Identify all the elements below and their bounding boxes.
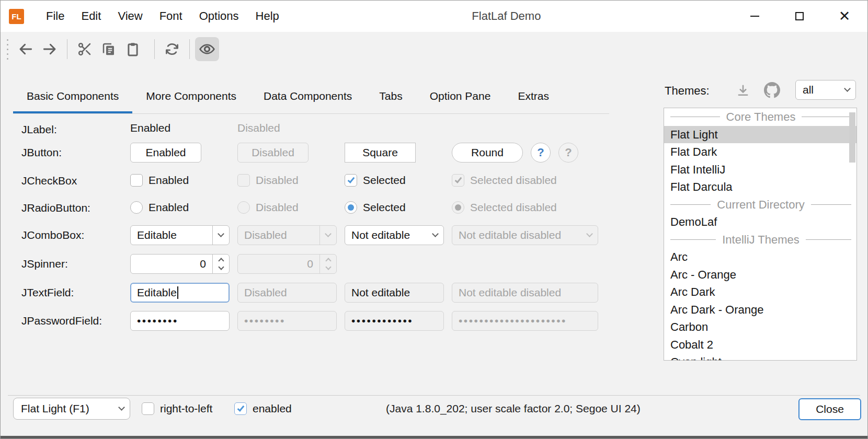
minimize-button[interactable]	[739, 1, 770, 32]
combobox-value: Disabled	[238, 229, 319, 241]
refresh-button[interactable]	[160, 37, 184, 61]
back-button[interactable]	[14, 37, 38, 61]
radio-label: Selected disabled	[470, 201, 557, 214]
radio-selected[interactable]: Selected	[345, 198, 406, 217]
forward-button[interactable]	[38, 37, 62, 61]
theme-separator-current-dir: Current Directory	[664, 196, 856, 214]
right-to-left-checkbox[interactable]: right-to-left	[142, 402, 212, 415]
close-window-button[interactable]: ✕	[829, 1, 860, 32]
menu-font[interactable]: Font	[151, 1, 191, 32]
checkbox-box-checked[interactable]	[234, 402, 247, 415]
menu-help[interactable]: Help	[247, 1, 288, 32]
tab-tabs[interactable]: Tabs	[366, 79, 416, 113]
combobox-disabled: Disabled	[237, 225, 337, 245]
combobox-not-editable[interactable]: Not editable	[345, 225, 444, 245]
checkbox-label: Selected disabled	[470, 174, 557, 187]
jbutton-disabled: Disabled	[237, 143, 309, 163]
github-link-button[interactable]	[764, 82, 780, 100]
github-icon	[764, 82, 780, 98]
menu-file[interactable]: File	[38, 1, 73, 32]
show-hidden-toggle-button[interactable]	[195, 37, 219, 61]
jbutton-round[interactable]: Round	[452, 143, 523, 163]
tab-extras[interactable]: Extras	[504, 79, 563, 113]
help-button[interactable]: ?	[531, 143, 551, 163]
textfield-editable[interactable]: Editable	[130, 283, 230, 303]
checkbox-box[interactable]	[130, 174, 143, 187]
menu-options[interactable]: Options	[191, 1, 247, 32]
paste-icon	[125, 41, 141, 57]
paste-button[interactable]	[121, 37, 145, 61]
checkbox-selected[interactable]: Selected	[345, 171, 406, 190]
themes-filter-combobox[interactable]: all	[795, 80, 856, 100]
combobox-value: Not editable disabled	[452, 229, 581, 241]
maximize-button[interactable]	[784, 1, 815, 32]
theme-item-flat-dark[interactable]: Flat Dark	[664, 143, 856, 161]
theme-item-cobalt2[interactable]: Cobalt 2	[664, 336, 856, 354]
theme-item-flat-intellij[interactable]: Flat IntelliJ	[664, 161, 856, 179]
laf-selector-combobox[interactable]: Flat Light (F1)	[13, 398, 130, 420]
radio-circle[interactable]	[130, 201, 143, 214]
textfield-value: Editable	[137, 286, 177, 299]
theme-item-arc-dark[interactable]: Arc Dark	[664, 283, 856, 301]
spinner-value[interactable]: 0	[131, 258, 212, 270]
toolbar	[1, 32, 867, 66]
theme-item-cyan-light[interactable]: Cyan light	[664, 353, 856, 361]
themes-scrollbar-thumb[interactable]	[849, 112, 855, 163]
tab-data-components[interactable]: Data Components	[250, 79, 366, 113]
jpasswordfield-row-label: JPasswordField:	[21, 311, 102, 331]
titlebar: FL File Edit View Font Options Help Flat…	[1, 1, 867, 32]
tab-option-pane[interactable]: Option Pane	[416, 79, 505, 113]
menu-view[interactable]: View	[109, 1, 151, 32]
passwordfield-not-editable[interactable]: ••••••••••••	[345, 311, 444, 331]
cut-icon	[77, 41, 93, 57]
combobox-editable[interactable]: Editable	[130, 225, 230, 245]
theme-item-flat-darcula[interactable]: Flat Darcula	[664, 178, 856, 196]
checkbox-label: Selected	[363, 174, 406, 187]
theme-item-flat-light[interactable]: Flat Light	[664, 126, 856, 144]
status-text: (Java 1.8.0_202; user scale factor 2.0; …	[386, 402, 641, 415]
spinner-arrows[interactable]	[212, 255, 229, 273]
checkbox-box-checked[interactable]	[345, 174, 357, 187]
download-themes-button[interactable]	[736, 83, 750, 100]
copy-button[interactable]	[97, 37, 121, 61]
menu-edit[interactable]: Edit	[73, 1, 109, 32]
radio-enabled[interactable]: Enabled	[130, 198, 189, 217]
chevron-down-icon[interactable]	[212, 226, 229, 245]
spinner-enabled[interactable]: 0	[130, 254, 230, 274]
laf-selector-value: Flat Light (F1)	[14, 402, 113, 415]
jbutton-enabled[interactable]: Enabled	[130, 143, 201, 163]
jbutton-square[interactable]: Square	[345, 143, 416, 163]
radio-circle-selected[interactable]	[345, 201, 357, 214]
window-title: FlatLaf Demo	[288, 9, 725, 23]
checkbox-enabled[interactable]: Enabled	[130, 171, 189, 190]
copy-icon	[101, 41, 117, 57]
enabled-checkbox[interactable]: enabled	[234, 402, 292, 415]
textfield-not-editable[interactable]: Not editable	[345, 283, 444, 303]
help-button-disabled: ?	[558, 143, 578, 163]
jspinner-row-label: JSpinner:	[21, 254, 68, 274]
theme-item-carbon[interactable]: Carbon	[664, 318, 856, 336]
tab-basic-components[interactable]: Basic Components	[13, 79, 132, 113]
theme-item-arc[interactable]: Arc	[664, 248, 856, 266]
menubar: File Edit View Font Options Help	[38, 1, 288, 32]
checkbox-box[interactable]	[142, 402, 154, 415]
tab-strip: Basic Components More Components Data Co…	[13, 79, 609, 114]
textfield-value: Not editable	[351, 286, 410, 299]
theme-item-arc-orange[interactable]: Arc - Orange	[664, 266, 856, 284]
cut-button[interactable]	[73, 37, 97, 61]
checkbox-label: right-to-left	[160, 402, 212, 415]
spinner-arrows	[319, 255, 336, 273]
passwordfield-enabled[interactable]: ••••••••	[130, 311, 230, 331]
password-dots: ••••••••	[244, 315, 285, 327]
toolbar-grip[interactable]	[7, 38, 8, 61]
theme-item-demolaf[interactable]: DemoLaf	[664, 213, 856, 231]
chevron-down-icon	[839, 80, 855, 99]
back-icon	[17, 41, 34, 57]
chevron-down-icon[interactable]	[427, 226, 443, 245]
chevron-down-icon[interactable]	[113, 398, 130, 419]
jcombobox-row-label: JComboBox:	[21, 225, 84, 245]
tab-more-components[interactable]: More Components	[132, 79, 250, 113]
close-button[interactable]: Close	[798, 398, 861, 420]
theme-item-arc-dark-orange[interactable]: Arc Dark - Orange	[664, 301, 856, 319]
textfield-value: Disabled	[244, 286, 287, 299]
